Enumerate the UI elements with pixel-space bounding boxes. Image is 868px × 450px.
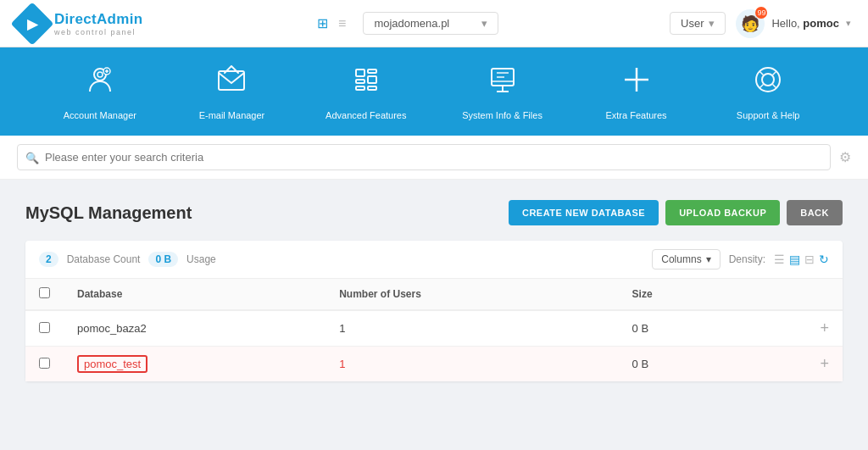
nav-item-extra-features[interactable]: Extra Features: [598, 63, 675, 120]
user-role-button[interactable]: User ▾: [670, 12, 726, 35]
header-size: Size: [619, 279, 746, 310]
back-button[interactable]: BACK: [787, 200, 843, 225]
nav-item-email-manager[interactable]: E-mail Manager: [193, 63, 270, 120]
header-checkbox-col: [25, 279, 64, 310]
nav-item-account-manager-label: Account Manager: [64, 110, 136, 120]
svg-line-22: [760, 71, 764, 75]
grid-view-button[interactable]: ⊞: [314, 12, 331, 35]
density-icons: ☰ ▤ ⊟ ↻: [774, 253, 829, 266]
row2-size: 0 B: [619, 347, 746, 382]
row1-db-name: pomoc_baza2: [77, 322, 147, 335]
db-count-badge: 2: [39, 252, 58, 267]
row2-users: 1: [326, 347, 618, 382]
svg-rect-11: [368, 86, 376, 90]
density-spacious-icon[interactable]: ⊟: [804, 253, 815, 266]
domain-selector[interactable]: mojadomena.pl ▾: [363, 12, 498, 35]
svg-line-24: [760, 85, 764, 89]
svg-rect-5: [219, 71, 244, 90]
svg-rect-7: [356, 80, 364, 83]
account-manager-icon: [83, 63, 117, 103]
row2-add: +: [746, 347, 843, 382]
email-manager-icon: [214, 63, 248, 103]
row2-database: pomoc_test: [64, 347, 326, 382]
row2-add-button[interactable]: +: [820, 355, 829, 373]
nav-item-system-info[interactable]: System Info & Files: [462, 63, 542, 120]
stats-area: 2 Database Count 0 B Usage: [39, 252, 221, 267]
system-info-icon: [486, 63, 520, 103]
svg-line-25: [773, 85, 777, 89]
svg-point-1: [97, 72, 103, 77]
nav-center: ⊞ ≡ mojadomena.pl ▾: [314, 12, 498, 35]
action-row: MySQL Management CREATE NEW DATABASE UPL…: [25, 200, 843, 225]
logo-icon: ▶: [11, 2, 54, 45]
settings-gear-icon[interactable]: ⚙: [839, 149, 851, 165]
row2-checkbox-cell: [25, 347, 64, 382]
nav-item-extra-features-label: Extra Features: [605, 110, 666, 120]
create-new-database-button[interactable]: CREATE NEW DATABASE: [509, 200, 659, 225]
nav-item-advanced-features-label: Advanced Features: [326, 110, 406, 120]
row1-add: +: [746, 310, 843, 347]
nav-item-system-info-label: System Info & Files: [462, 110, 542, 120]
database-table: Database Number of Users Size pomoc_baza…: [25, 279, 843, 381]
nav-item-email-manager-label: E-mail Manager: [199, 110, 265, 120]
row1-checkbox[interactable]: [39, 322, 50, 333]
svg-rect-6: [356, 69, 364, 76]
search-input[interactable]: [17, 144, 831, 170]
density-compact-icon[interactable]: ▤: [789, 253, 800, 266]
table-card: 2 Database Count 0 B Usage Columns ▾ Den…: [25, 241, 843, 381]
row1-size: 0 B: [619, 310, 746, 347]
svg-rect-8: [356, 86, 364, 90]
columns-button[interactable]: Columns ▾: [652, 249, 720, 269]
nav-item-support-help[interactable]: Support & Help: [730, 63, 806, 120]
support-help-icon: [751, 63, 785, 103]
nav-item-account-manager[interactable]: Account Manager: [62, 63, 138, 120]
nav-item-advanced-features[interactable]: Advanced Features: [326, 63, 406, 120]
usage-badge: 0 B: [148, 252, 178, 267]
density-refresh-icon[interactable]: ↻: [819, 253, 829, 266]
row1-database: pomoc_baza2: [64, 310, 326, 347]
search-bar: 🔍 ⚙: [0, 136, 868, 180]
user-role-label: User: [681, 17, 704, 30]
toolbar-right: Columns ▾ Density: ☰ ▤ ⊟ ↻: [652, 249, 829, 269]
user-chevron-icon: ▾: [709, 17, 715, 30]
hello-chevron-icon: ▾: [846, 18, 851, 29]
top-navigation: ▶ DirectAdmin web control panel ⊞ ≡ moja…: [0, 0, 868, 47]
header-actions: [746, 279, 843, 310]
action-buttons: CREATE NEW DATABASE UPLOAD BACKUP BACK: [509, 200, 843, 225]
advanced-features-icon: [349, 63, 383, 103]
extra-features-icon: [620, 63, 654, 103]
select-all-checkbox[interactable]: [39, 287, 50, 298]
columns-label: Columns: [661, 253, 701, 265]
username-label: pomoc: [803, 17, 839, 30]
view-toggle: ⊞ ≡: [314, 12, 349, 35]
table-toolbar: 2 Database Count 0 B Usage Columns ▾ Den…: [25, 241, 843, 279]
density-list-icon[interactable]: ☰: [774, 253, 785, 266]
header-users: Number of Users: [326, 279, 618, 310]
main-content: MySQL Management CREATE NEW DATABASE UPL…: [0, 180, 868, 402]
logo-area: ▶ DirectAdmin web control panel: [17, 8, 142, 39]
logo-name: DirectAdmin: [54, 11, 142, 28]
search-wrap: 🔍: [17, 144, 831, 170]
logo-sub: web control panel: [54, 28, 142, 36]
density-label: Density:: [729, 253, 765, 265]
svg-rect-9: [368, 69, 376, 73]
usage-label: Usage: [186, 253, 216, 265]
list-view-button[interactable]: ≡: [335, 12, 349, 35]
blue-navigation: Account Manager E-mail Manager Advanced …: [0, 47, 868, 136]
svg-rect-10: [368, 76, 376, 83]
domain-value: mojadomena.pl: [374, 17, 449, 30]
user-avatar-area[interactable]: 🧑 99 Hello, pomoc ▾: [736, 9, 851, 38]
domain-chevron-icon: ▾: [481, 17, 487, 30]
row1-add-button[interactable]: +: [820, 319, 829, 337]
upload-backup-button[interactable]: UPLOAD BACKUP: [665, 200, 780, 225]
svg-point-21: [762, 74, 774, 86]
columns-chevron-icon: ▾: [706, 253, 711, 265]
db-count-label: Database Count: [67, 253, 141, 265]
search-icon: 🔍: [25, 151, 39, 164]
row1-users: 1: [326, 310, 618, 347]
header-database: Database: [64, 279, 326, 310]
row2-db-name: pomoc_test: [77, 355, 147, 373]
table-row: pomoc_baza2 1 0 B +: [25, 310, 843, 347]
table-row: pomoc_test 1 0 B +: [25, 347, 843, 382]
row2-checkbox[interactable]: [39, 358, 50, 369]
